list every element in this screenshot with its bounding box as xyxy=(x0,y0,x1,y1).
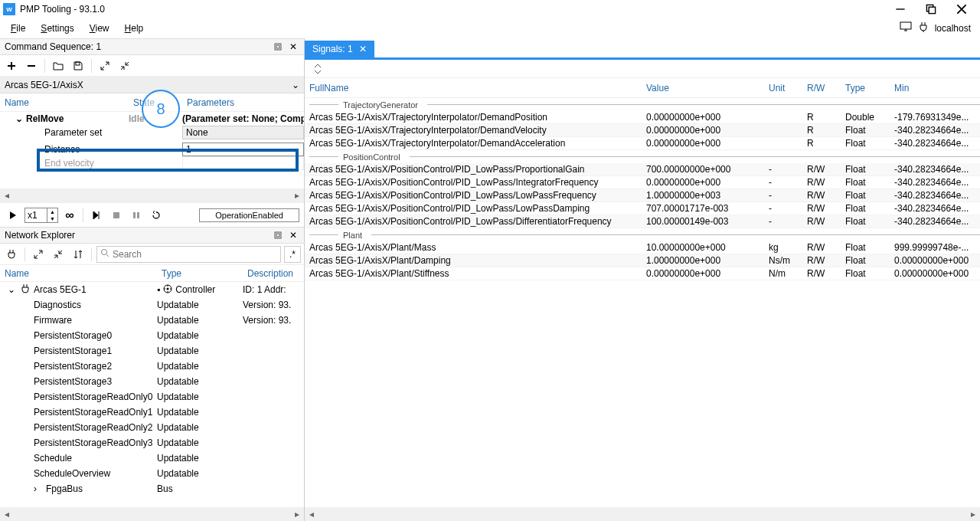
open-button[interactable] xyxy=(50,57,67,74)
monitor-icon[interactable] xyxy=(900,21,912,34)
plug-icon[interactable] xyxy=(918,21,929,34)
net-col-type[interactable]: Type xyxy=(157,268,243,279)
speed-input[interactable] xyxy=(25,208,47,222)
close-tab-icon[interactable]: ✕ xyxy=(359,44,367,54)
minimize-button[interactable] xyxy=(885,0,916,18)
net-row[interactable]: PersistentStorage3Updatable xyxy=(0,374,304,389)
net-hscroll[interactable]: ◂ ▸ xyxy=(0,507,304,521)
net-row[interactable]: PersistentStorageReadOnly0Updatable xyxy=(0,389,304,405)
expand-icon[interactable] xyxy=(96,57,113,74)
signal-value[interactable]: 1.00000000e+000 xyxy=(642,255,764,266)
loop-button[interactable]: ∞ xyxy=(61,207,78,224)
expander-icon[interactable]: › xyxy=(34,483,43,494)
popout-icon[interactable] xyxy=(272,41,284,53)
net-row[interactable]: PersistentStorage1Updatable xyxy=(0,343,304,359)
menu-view[interactable]: View xyxy=(82,20,117,37)
net-row[interactable]: ScheduleOverviewUpdatable xyxy=(0,466,304,481)
paramset-value[interactable]: None xyxy=(182,126,304,139)
step-button[interactable] xyxy=(88,207,105,224)
scroll-left-icon[interactable]: ◂ xyxy=(0,188,14,202)
maximize-button[interactable] xyxy=(916,0,946,18)
speed-stepper[interactable]: ▲▼ xyxy=(24,208,58,223)
net-row[interactable]: PersistentStorageReadOnly1Updatable xyxy=(0,405,304,420)
cmd-row-endvelocity[interactable]: End velocity xyxy=(0,156,304,170)
sig-col-value[interactable]: Value xyxy=(642,83,764,93)
signal-row[interactable]: Arcas 5EG-1/AxisX/TrajectoryInterpolator… xyxy=(305,137,980,150)
add-button[interactable] xyxy=(3,57,20,74)
signal-value[interactable]: 1.00000000e+003 xyxy=(642,190,764,201)
tab-signals[interactable]: Signals: 1 ✕ xyxy=(305,41,374,57)
expander-icon[interactable]: ⌄ xyxy=(15,113,23,124)
sig-col-unit[interactable]: Unit xyxy=(764,83,802,93)
expand-icon[interactable] xyxy=(30,246,47,263)
scroll-left-icon[interactable]: ◂ xyxy=(305,507,318,521)
net-row[interactable]: PersistentStorage2Updatable xyxy=(0,359,304,374)
cmd-row-paramset[interactable]: Parameter set None xyxy=(0,126,304,139)
signal-value[interactable]: 0.00000000e+000 xyxy=(642,125,764,136)
net-col-name[interactable]: Name xyxy=(0,268,157,279)
net-row[interactable]: ›FpgaBusBus xyxy=(0,481,304,496)
menu-file[interactable]: File xyxy=(3,20,33,37)
search-box[interactable] xyxy=(96,246,281,263)
sort-toggle-icon[interactable] xyxy=(309,61,326,77)
speed-down-icon[interactable]: ▼ xyxy=(47,215,57,222)
col-name[interactable]: Name xyxy=(0,97,129,108)
scroll-right-icon[interactable]: ▸ xyxy=(966,507,980,521)
cmd-hscroll[interactable]: ◂ ▸ xyxy=(0,188,304,202)
delete-button[interactable] xyxy=(23,57,40,74)
signal-value[interactable]: 0.00000000e+000 xyxy=(642,268,764,279)
close-button[interactable] xyxy=(946,0,977,18)
expander-icon[interactable]: ⌄ xyxy=(8,284,17,295)
signal-row[interactable]: Arcas 5EG-1/AxisX/TrajectoryInterpolator… xyxy=(305,111,980,124)
close-panel-icon[interactable]: ✕ xyxy=(287,229,299,241)
signal-row[interactable]: Arcas 5EG-1/AxisX/PositionControl/PID_Lo… xyxy=(305,215,980,228)
reset-button[interactable] xyxy=(148,207,165,224)
net-row[interactable]: PersistentStorage0Updatable xyxy=(0,328,304,343)
chevron-down-icon[interactable]: ⌄ xyxy=(292,80,299,90)
col-state[interactable]: State xyxy=(129,97,182,108)
sig-col-min[interactable]: Min xyxy=(890,83,980,93)
plug-icon[interactable] xyxy=(3,246,20,263)
signal-row[interactable]: Arcas 5EG-1/AxisX/Plant/Mass10.00000000e… xyxy=(305,241,980,254)
cmd-row-relmove[interactable]: ⌄RelMove Idle (Parameter set: None; Comp… xyxy=(0,112,304,126)
sig-col-fullname[interactable]: FullName xyxy=(305,83,642,93)
net-col-desc[interactable]: Description xyxy=(243,268,304,279)
save-button[interactable] xyxy=(70,57,87,74)
net-row[interactable]: ⌄Arcas 5EG-1▪ControllerID: 1 Addr: xyxy=(0,282,304,297)
collapse-icon[interactable] xyxy=(116,57,133,74)
sort-icon[interactable] xyxy=(70,246,87,263)
signal-row[interactable]: Arcas 5EG-1/AxisX/PositionControl/PID_Lo… xyxy=(305,189,980,202)
net-row[interactable]: FirmwareUpdatableVersion: 93. xyxy=(0,313,304,328)
search-input[interactable] xyxy=(113,249,277,260)
signal-value[interactable]: 10.00000000e+000 xyxy=(642,242,764,253)
signal-row[interactable]: Arcas 5EG-1/AxisX/Plant/Stiffness0.00000… xyxy=(305,267,980,280)
scroll-left-icon[interactable]: ◂ xyxy=(0,507,14,521)
net-row[interactable]: PersistentStorageReadOnly3Updatable xyxy=(0,435,304,451)
scroll-right-icon[interactable]: ▸ xyxy=(290,507,304,521)
gear-icon[interactable] xyxy=(163,284,172,296)
signal-row[interactable]: Arcas 5EG-1/AxisX/PositionControl/PID_Lo… xyxy=(305,176,980,189)
play-button[interactable] xyxy=(5,207,21,224)
signal-value[interactable]: 0.00000000e+000 xyxy=(642,138,764,149)
operation-enabled-badge[interactable]: OperationEnabled xyxy=(199,208,299,222)
signal-value[interactable]: 100.00000149e-003 xyxy=(642,216,764,227)
sig-col-rw[interactable]: R/W xyxy=(802,83,841,93)
menu-settings[interactable]: Settings xyxy=(33,20,81,37)
signal-row[interactable]: Arcas 5EG-1/AxisX/PositionControl/PID_Lo… xyxy=(305,163,980,176)
scroll-right-icon[interactable]: ▸ xyxy=(290,188,304,202)
signal-value[interactable]: 700.00000000e+000 xyxy=(642,164,764,175)
collapse-icon[interactable] xyxy=(50,246,67,263)
cmd-row-distance[interactable]: Distance xyxy=(0,143,304,156)
col-parameters[interactable]: Parameters xyxy=(182,97,304,108)
signal-row[interactable]: Arcas 5EG-1/AxisX/Plant/Damping1.0000000… xyxy=(305,254,980,267)
net-row[interactable]: ScheduleUpdatable xyxy=(0,451,304,466)
close-panel-icon[interactable]: ✕ xyxy=(287,41,299,53)
net-row[interactable]: PersistentStorageReadOnly2Updatable xyxy=(0,420,304,435)
filter-button[interactable]: .* xyxy=(284,246,301,263)
menu-help[interactable]: Help xyxy=(117,20,152,37)
sig-hscroll[interactable]: ◂ ▸ xyxy=(305,507,980,521)
breadcrumb[interactable]: Arcas 5EG-1/AxisX ⌄ xyxy=(0,77,304,93)
sig-col-type[interactable]: Type xyxy=(841,83,890,93)
signal-value[interactable]: 0.00000000e+000 xyxy=(642,112,764,123)
signal-row[interactable]: Arcas 5EG-1/AxisX/PositionControl/PID_Lo… xyxy=(305,202,980,215)
